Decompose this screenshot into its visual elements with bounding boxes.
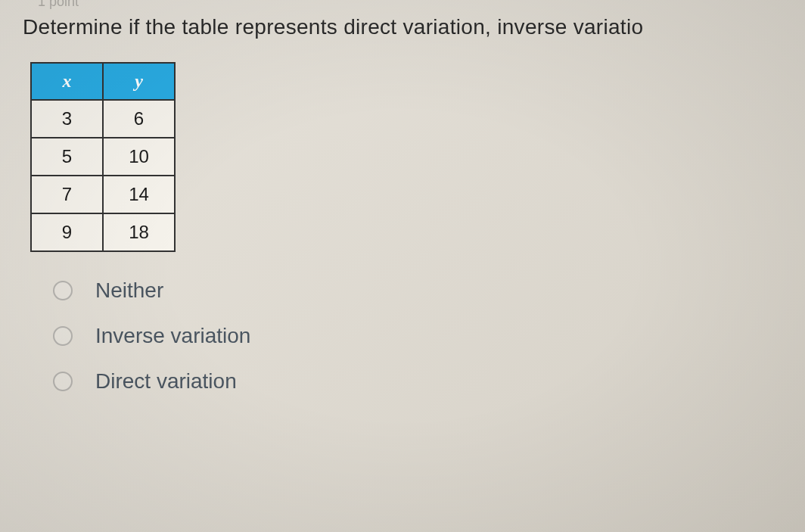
options-list: Neither Inverse variation Direct variati… [53, 278, 782, 394]
table-row: 9 18 [31, 213, 175, 251]
table-header-y: y [103, 63, 175, 100]
option-neither[interactable]: Neither [53, 278, 782, 303]
table-row: 3 6 [31, 100, 175, 138]
cell-x: 5 [31, 138, 103, 176]
cell-y: 14 [103, 176, 175, 213]
cell-y: 6 [103, 100, 175, 138]
cell-x: 9 [31, 213, 103, 251]
radio-icon[interactable] [53, 372, 73, 391]
cell-y: 10 [103, 138, 175, 176]
question-panel: 1 point Determine if the table represent… [0, 0, 805, 430]
table-row: 5 10 [31, 138, 175, 176]
radio-icon[interactable] [53, 281, 73, 300]
points-label: 1 point [38, 0, 79, 10]
cell-x: 3 [31, 100, 103, 138]
cell-y: 18 [103, 213, 175, 251]
question-text: Determine if the table represents direct… [23, 15, 782, 39]
option-direct-variation[interactable]: Direct variation [53, 369, 782, 394]
table-row: 7 14 [31, 176, 175, 213]
cell-x: 7 [31, 176, 103, 213]
radio-icon[interactable] [53, 326, 73, 346]
data-table: x y 3 6 5 10 7 14 9 18 [30, 62, 176, 252]
option-label: Direct variation [95, 369, 237, 394]
table-header-row: x y [31, 63, 175, 100]
option-label: Neither [95, 278, 163, 303]
option-inverse-variation[interactable]: Inverse variation [53, 324, 782, 348]
option-label: Inverse variation [95, 324, 250, 348]
table-header-x: x [31, 63, 103, 100]
